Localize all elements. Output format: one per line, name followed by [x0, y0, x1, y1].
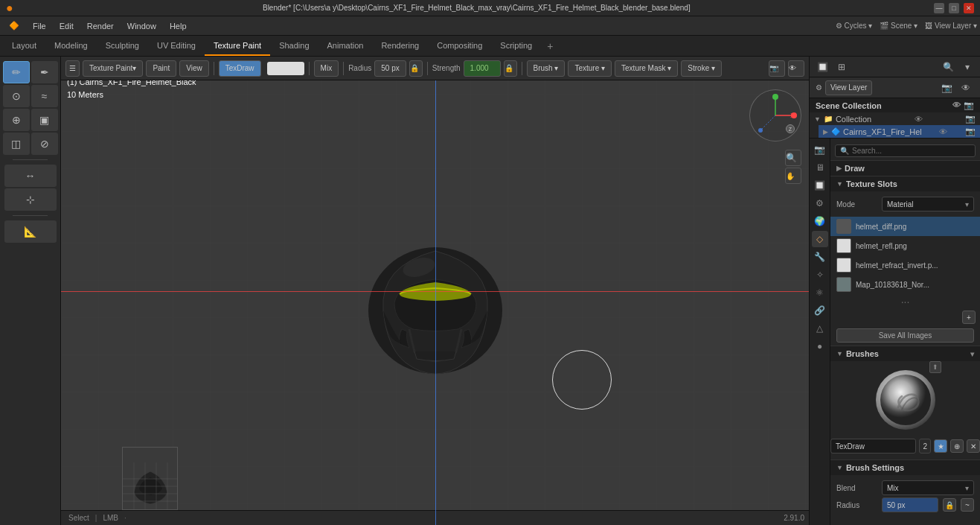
- props-particles-btn[interactable]: ✧: [812, 267, 828, 283]
- bottom-select[interactable]: Select: [65, 514, 92, 522]
- menu-edit[interactable]: Edit: [54, 20, 80, 32]
- fill-tool[interactable]: ▣: [31, 109, 58, 131]
- close-button[interactable]: ✕: [964, 3, 974, 13]
- outliner-render-toggle[interactable]: 📷: [964, 101, 974, 110]
- save-all-btn[interactable]: Save All Images: [836, 328, 974, 343]
- tex-slot-0[interactable]: helmet_diff.png: [830, 217, 980, 236]
- texture-mask-menu-btn[interactable]: Texture Mask ▾: [615, 60, 678, 77]
- tab-rendering[interactable]: Rendering: [372, 36, 428, 56]
- helmet-eye[interactable]: 👁: [939, 127, 947, 136]
- rp-editor-type-btn[interactable]: 🔲: [814, 59, 830, 75]
- viewport[interactable]: ☰ Texture Paint ▾ Paint View TexDraw Mix…: [61, 57, 809, 525]
- tab-shading[interactable]: Shading: [270, 36, 318, 56]
- texture-paint-mode-btn[interactable]: Texture Paint ▾: [83, 60, 143, 77]
- stroke-menu-btn[interactable]: Stroke ▾: [681, 60, 722, 77]
- menu-help[interactable]: Help: [164, 20, 193, 32]
- maximize-button[interactable]: □: [949, 3, 959, 13]
- tab-uv-editing[interactable]: UV Editing: [148, 36, 205, 56]
- view-menu-btn[interactable]: View: [179, 60, 209, 77]
- color-swatch[interactable]: [267, 62, 304, 75]
- outliner-item-collection[interactable]: ▼ 📁 Collection 👁 📷: [810, 112, 980, 125]
- menu-blender[interactable]: 🔶: [3, 19, 25, 32]
- menu-render[interactable]: Render: [81, 20, 120, 32]
- mode-dropdown[interactable]: Material ▾: [882, 197, 974, 211]
- brush-delete-btn[interactable]: ✕: [967, 439, 980, 453]
- brush-upload-btn[interactable]: ⬆: [929, 361, 941, 373]
- minimize-button[interactable]: —: [934, 3, 944, 13]
- measure-tool[interactable]: 📐: [4, 220, 57, 243]
- tab-scripting[interactable]: Scripting: [491, 36, 541, 56]
- viewport-display-btn[interactable]: 👁: [788, 60, 804, 77]
- engine-dropdown[interactable]: ⚙ Cycles ▾: [836, 22, 873, 30]
- brush-type-btn[interactable]: TexDraw: [219, 60, 261, 77]
- viewport-camera-btn[interactable]: 📷: [769, 60, 785, 77]
- collection-render[interactable]: 📷: [965, 114, 976, 124]
- header-menu-icon[interactable]: ☰: [65, 60, 80, 77]
- helmet-render[interactable]: 📷: [965, 127, 976, 136]
- tex-slot-3[interactable]: Map_10183618_Nor...: [830, 275, 980, 294]
- erase-tool[interactable]: ⊘: [31, 133, 58, 155]
- add-slot-btn[interactable]: +: [962, 311, 976, 324]
- radius-lock-btn[interactable]: 🔒: [409, 60, 423, 77]
- outliner-visibility-toggle[interactable]: 👁: [952, 101, 961, 110]
- tab-layout[interactable]: Layout: [3, 36, 45, 56]
- props-view-layer-btn[interactable]: 🔲: [812, 177, 828, 194]
- draw-tool[interactable]: ✏: [3, 61, 30, 83]
- cursor-tool[interactable]: ⊹: [4, 188, 57, 211]
- menu-window[interactable]: Window: [121, 20, 162, 32]
- tab-sculpting[interactable]: Sculpting: [97, 36, 148, 56]
- collection-eye[interactable]: 👁: [915, 115, 923, 124]
- strength-lock-btn[interactable]: 🔒: [504, 60, 517, 77]
- tab-texture-paint[interactable]: Texture Paint: [205, 36, 270, 56]
- blend-btn[interactable]: Mix: [314, 60, 339, 77]
- brush-copy-btn[interactable]: ⊕: [950, 439, 964, 453]
- annotate-tool[interactable]: ✒: [31, 61, 58, 83]
- props-material-btn[interactable]: ●: [812, 338, 828, 354]
- rp-search-btn[interactable]: 🔍: [940, 59, 956, 75]
- rp-filter-btn[interactable]: ▾: [959, 59, 976, 75]
- radius-lock-prop-btn[interactable]: 🔒: [943, 498, 956, 512]
- brush-menu-btn[interactable]: Brush ▾: [527, 60, 566, 77]
- props-object-btn[interactable]: ◇: [812, 231, 828, 247]
- props-constraints-btn[interactable]: 🔗: [812, 302, 828, 319]
- props-output-btn[interactable]: 🖥: [812, 159, 828, 176]
- view-layer-name[interactable]: View Layer: [825, 80, 872, 95]
- tex-slot-1[interactable]: helmet_refl.png: [830, 236, 980, 255]
- texture-menu-btn[interactable]: Texture ▾: [568, 60, 612, 77]
- props-modifier-btn[interactable]: 🔧: [812, 249, 828, 265]
- brush-settings-header[interactable]: ▼ Brush Settings: [830, 459, 980, 475]
- outliner-item-helmet[interactable]: ▶ 🔷 Cairns_XF1_Fire_Hel 👁 📷: [819, 125, 980, 138]
- mask-tool[interactable]: ◫: [3, 133, 30, 155]
- add-workspace-button[interactable]: +: [541, 36, 559, 56]
- nav-btn[interactable]: ✋: [785, 168, 801, 184]
- vl-eye-icon[interactable]: 👁: [958, 80, 974, 96]
- radius-curve-btn[interactable]: ~: [961, 498, 974, 512]
- radius-value-btn[interactable]: 50 px: [374, 60, 406, 77]
- tab-compositing[interactable]: Compositing: [428, 36, 491, 56]
- props-search-input[interactable]: [852, 147, 970, 155]
- smear-tool[interactable]: ≈: [31, 85, 58, 107]
- brush-fav-btn[interactable]: ★: [934, 439, 947, 453]
- rp-editor-btn2[interactable]: ⊞: [833, 59, 850, 75]
- strength-value-btn[interactable]: 1.000: [464, 60, 501, 77]
- tab-animation[interactable]: Animation: [318, 36, 373, 56]
- brushes-header[interactable]: ▼ Brushes ▾: [830, 346, 980, 361]
- bottom-mode[interactable]: LMB: [100, 514, 121, 522]
- texture-slots-header[interactable]: ▼ Texture Slots: [830, 176, 980, 191]
- props-object-data-btn[interactable]: △: [812, 320, 828, 337]
- paint-menu-btn[interactable]: Paint: [146, 60, 176, 77]
- radius-prop-value[interactable]: 50 px: [882, 497, 938, 512]
- tab-modeling[interactable]: Modeling: [45, 36, 97, 56]
- props-physics-btn[interactable]: ⚛: [812, 284, 828, 301]
- draw-section-header[interactable]: ▶ Draw: [830, 160, 980, 176]
- menu-file[interactable]: File: [27, 20, 52, 32]
- vl-render-icon[interactable]: 📷: [938, 80, 955, 96]
- move-tool[interactable]: ↔: [4, 165, 57, 187]
- props-render-btn[interactable]: 📷: [812, 141, 828, 158]
- soften-tool[interactable]: ⊙: [3, 85, 30, 107]
- props-world-btn[interactable]: 🌍: [812, 213, 828, 229]
- scene-dropdown[interactable]: 🎬 Scene ▾: [880, 22, 917, 30]
- brushes-action[interactable]: ▾: [970, 350, 974, 358]
- blend-dropdown[interactable]: Mix ▾: [882, 480, 974, 495]
- props-scene-btn[interactable]: ⚙: [812, 195, 828, 211]
